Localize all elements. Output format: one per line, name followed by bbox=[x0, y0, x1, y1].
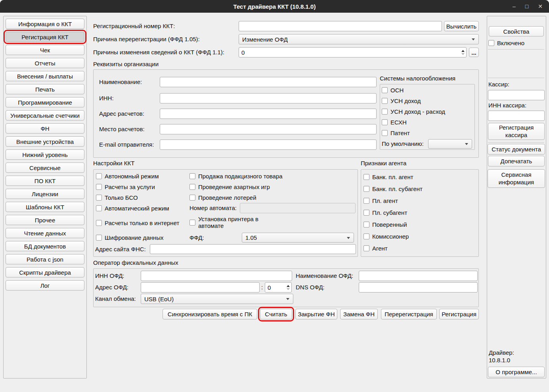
checkbox-printer-in-automat[interactable]: Установка принтера в автомате bbox=[189, 216, 263, 229]
sidebar-item-driver-scripts[interactable]: Скрипты драйвера bbox=[6, 267, 84, 277]
sidebar-item-json[interactable]: Работа с json bbox=[6, 254, 84, 264]
sidebar-item-log[interactable]: Лог bbox=[6, 280, 84, 291]
checkbox-box bbox=[382, 98, 388, 104]
window-title: Тест драйвера ККТ (10.8.1.0) bbox=[233, 3, 316, 10]
minimize-icon[interactable]: – bbox=[513, 4, 516, 9]
sidebar-item-check[interactable]: Чек bbox=[6, 45, 84, 55]
sidebar-item-licenses[interactable]: Лицензии bbox=[6, 189, 84, 199]
checkbox-bank-payment-subagent[interactable]: Банк. пл. субагент bbox=[363, 185, 423, 192]
sidebar-item-fn[interactable]: ФН bbox=[6, 123, 84, 134]
checkbox-autonomous-mode[interactable]: Автономный режим bbox=[96, 173, 159, 180]
checkbox-lotteries[interactable]: Проведение лотерей bbox=[189, 194, 256, 201]
sidebar-item-programming[interactable]: Программирование bbox=[6, 97, 84, 107]
properties-button[interactable]: Свойства bbox=[489, 26, 544, 36]
checkbox-bank-payment-agent[interactable]: Банк. пл. агент bbox=[363, 174, 413, 180]
checkbox-usn-income-expense[interactable]: УСН доход - расход bbox=[382, 108, 445, 115]
sync-time-button[interactable]: Синхронизировать время с ПК bbox=[163, 309, 257, 319]
org-inn-input[interactable] bbox=[160, 93, 377, 103]
reg-number-input[interactable] bbox=[239, 21, 442, 31]
maximize-icon[interactable]: □ bbox=[525, 4, 528, 9]
spinner-arrows[interactable] bbox=[461, 48, 465, 57]
cashier-input[interactable] bbox=[488, 90, 545, 100]
checkbox-attorney[interactable]: Поверенный bbox=[363, 221, 407, 228]
checkbox-gambling[interactable]: Проведение азартных игр bbox=[189, 184, 270, 190]
checkbox-commissioner[interactable]: Комиссионер bbox=[363, 233, 409, 240]
ofd-dns-input[interactable] bbox=[359, 282, 478, 293]
sidebar-item-kkt-software[interactable]: ПО ККТ bbox=[6, 176, 84, 186]
change-reasons-input[interactable] bbox=[239, 48, 457, 57]
sidebar-item-universal-counters[interactable]: Универсальные счетчики bbox=[6, 110, 84, 120]
spinner-up-icon[interactable] bbox=[287, 285, 290, 287]
org-group-title: Реквизиты организации bbox=[93, 60, 159, 68]
sidebar-item-low-level[interactable]: Нижний уровень bbox=[6, 149, 84, 160]
tax-default-select[interactable] bbox=[428, 139, 472, 149]
sidebar-item-external-devices[interactable]: Внешние устройства bbox=[6, 136, 84, 147]
ofd-group-title: Оператор фискальных данных bbox=[93, 259, 178, 267]
sidebar-item-documents-db[interactable]: БД документов bbox=[6, 241, 84, 251]
checkbox-internet-only[interactable]: Расчеты только в интернет bbox=[96, 220, 179, 226]
spinner-down-icon[interactable] bbox=[461, 53, 465, 55]
cashier-inn-input[interactable] bbox=[488, 111, 545, 121]
sidebar-item-deposits-payouts[interactable]: Внесения / выплаты bbox=[6, 71, 84, 81]
org-address-input[interactable] bbox=[160, 109, 377, 119]
ofd-channel-select[interactable]: USB (EoU) bbox=[141, 294, 293, 304]
sidebar-item-data-reading[interactable]: Чтение данных bbox=[6, 228, 84, 238]
about-button[interactable]: О программе... bbox=[488, 367, 545, 377]
checkbox-usn-income[interactable]: УСН доход bbox=[382, 98, 421, 104]
org-email-label: E-mail отправителя: bbox=[99, 140, 154, 150]
ofd-port-input[interactable] bbox=[265, 283, 283, 292]
ofd-address-input[interactable] bbox=[141, 282, 260, 293]
spinner-up-icon[interactable] bbox=[461, 50, 465, 52]
checkbox-bso-only[interactable]: Только БСО bbox=[96, 194, 138, 201]
org-place-input[interactable] bbox=[160, 124, 377, 134]
read-button[interactable]: Считать bbox=[260, 309, 292, 319]
sidebar-item-kkt-info[interactable]: Информация о ККТ bbox=[6, 19, 84, 29]
rereg-reason-select[interactable]: Изменение ОФД bbox=[239, 34, 479, 44]
calculate-button[interactable]: Вычислить bbox=[444, 21, 479, 31]
doc-status-button[interactable]: Статус документа bbox=[488, 144, 545, 155]
right-panel bbox=[487, 16, 546, 379]
checkbox-payment-subagent[interactable]: Пл. субагент bbox=[363, 209, 407, 216]
close-icon[interactable]: ✕ bbox=[538, 4, 543, 9]
sidebar-item-reports[interactable]: Отчеты bbox=[6, 58, 84, 68]
checkbox-patent[interactable]: Патент bbox=[382, 130, 410, 136]
ofd-inn-input[interactable] bbox=[141, 271, 292, 281]
replace-fn-button[interactable]: Замена ФН bbox=[340, 309, 378, 319]
checkbox-label: Патент bbox=[390, 130, 410, 136]
more-button[interactable]: ... bbox=[469, 48, 479, 57]
org-email-input[interactable] bbox=[160, 140, 377, 150]
ofd-port-spinner[interactable] bbox=[265, 282, 292, 293]
checkbox-label: Поверенный bbox=[372, 221, 407, 228]
org-name-input[interactable] bbox=[160, 77, 377, 87]
cashier-reg-button[interactable]: Регистрация кассира bbox=[488, 123, 545, 140]
checkbox-enabled[interactable]: Включено bbox=[488, 40, 524, 46]
checkbox-excise-goods[interactable]: Продажа подакцизного товара bbox=[189, 173, 283, 180]
fns-site-input[interactable] bbox=[150, 244, 356, 254]
checkbox-automatic-mode[interactable]: Автоматический режим bbox=[96, 205, 169, 212]
sidebar-item-other[interactable]: Прочее bbox=[6, 215, 84, 225]
reprint-button[interactable]: Допечатать bbox=[488, 156, 545, 166]
sidebar-item-kkt-templates[interactable]: Шаблоны ККТ bbox=[6, 202, 84, 212]
register-button[interactable]: Регистрация bbox=[439, 309, 479, 319]
window-controls: – □ ✕ bbox=[513, 0, 543, 13]
org-place-label: Место расчетов: bbox=[99, 124, 145, 134]
spinner-arrows[interactable] bbox=[287, 283, 290, 292]
checkbox-services-payments[interactable]: Расчеты за услуги bbox=[96, 184, 155, 190]
checkbox-payment-agent[interactable]: Пл. агент bbox=[363, 197, 398, 204]
checkbox-label: Автономный режим bbox=[105, 173, 159, 180]
spinner-down-icon[interactable] bbox=[287, 288, 290, 290]
checkbox-agent[interactable]: Агент bbox=[363, 245, 388, 252]
service-info-button[interactable]: Сервисная информация bbox=[488, 169, 545, 188]
sidebar-item-kkt-registration[interactable]: Регистрация ККТ bbox=[6, 32, 84, 42]
checkbox-osn[interactable]: ОСН bbox=[382, 87, 404, 94]
checkbox-eshn[interactable]: ЕСХН bbox=[382, 119, 407, 126]
sidebar-item-print[interactable]: Печать bbox=[6, 84, 84, 94]
checkbox-data-encryption[interactable]: Шифрование данных bbox=[96, 234, 163, 241]
ffd-select[interactable]: 1.05 bbox=[242, 233, 354, 243]
close-fn-button[interactable]: Закрытие ФН bbox=[295, 309, 337, 319]
sidebar-item-service[interactable]: Сервисные bbox=[6, 163, 84, 173]
ofd-name-input[interactable] bbox=[359, 271, 478, 281]
rereg-button[interactable]: Перерегистрация bbox=[381, 309, 437, 319]
checkbox-label: Включено bbox=[497, 40, 524, 46]
change-reasons-spinner[interactable] bbox=[239, 47, 467, 57]
